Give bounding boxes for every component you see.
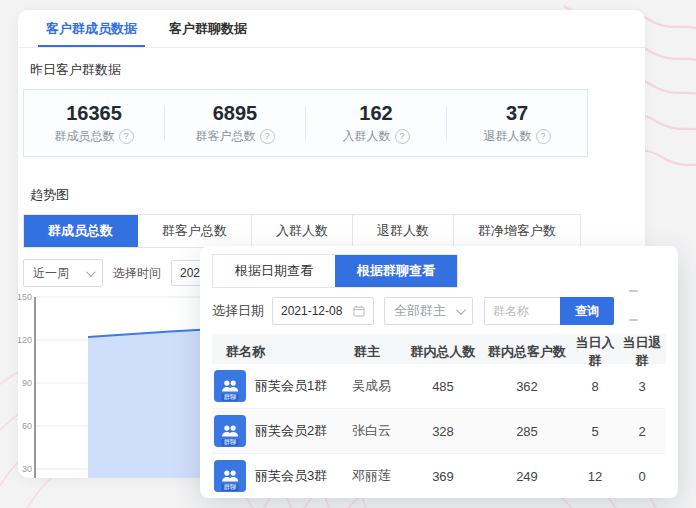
group-badge: 群聊 bbox=[221, 484, 238, 491]
time-picker-label: 选择时间 bbox=[113, 265, 161, 282]
group-chat-icon: 群聊 bbox=[214, 370, 246, 402]
trend-metric-tabs: 群成员总数 群客户总数 入群人数 退群人数 群净增客户数 bbox=[23, 214, 581, 248]
stat-left: 37 退群人数? bbox=[447, 101, 587, 145]
col-total-customers: 群内总客户数 bbox=[482, 343, 572, 361]
total-customers: 249 bbox=[482, 469, 572, 484]
col-total-members: 群内总人数 bbox=[404, 343, 482, 361]
group-name: 丽芙会员2群 bbox=[255, 422, 327, 440]
group-name: 丽芙会员3群 bbox=[255, 467, 327, 485]
stat-label: 群成员总数 bbox=[55, 128, 115, 145]
stat-label: 退群人数 bbox=[484, 128, 532, 145]
calendar-icon bbox=[353, 305, 365, 317]
panel-filter-row: 选择日期 2021-12-08 全部群主 查询 bbox=[212, 297, 666, 325]
table-row: 群聊 丽芙会员2群 张白云 328 285 5 2 bbox=[212, 409, 666, 454]
total-members: 485 bbox=[404, 379, 482, 394]
search-button[interactable]: 查询 bbox=[560, 297, 614, 325]
trend-tab-left[interactable]: 退群人数 bbox=[353, 215, 454, 247]
date-picker-input[interactable]: 2021-12-08 bbox=[272, 297, 374, 325]
stat-label: 群客户总数 bbox=[196, 128, 256, 145]
joined-today: 12 bbox=[572, 469, 618, 484]
total-customers: 285 bbox=[482, 424, 572, 439]
yesterday-stats-box: 16365 群成员总数? 6895 群客户总数? 162 入群人数? 37 退群… bbox=[23, 89, 588, 157]
joined-today: 8 bbox=[572, 379, 618, 394]
help-icon[interactable]: ? bbox=[536, 129, 551, 144]
col-left-today: 当日退群 bbox=[618, 334, 666, 370]
help-icon[interactable]: ? bbox=[119, 129, 134, 144]
stat-value: 6895 bbox=[165, 101, 305, 125]
help-icon[interactable]: ? bbox=[395, 129, 410, 144]
col-group-name: 群名称 bbox=[212, 343, 352, 361]
total-customers: 362 bbox=[482, 379, 572, 394]
date-picker-label: 选择日期 bbox=[212, 302, 264, 320]
group-chat-icon: 群聊 bbox=[214, 415, 246, 447]
group-owner: 吴成易 bbox=[352, 377, 404, 395]
left-today: 3 bbox=[618, 379, 666, 394]
help-icon[interactable]: ? bbox=[260, 129, 275, 144]
main-tabbar: 客户群成员数据 客户群聊数据 bbox=[18, 10, 645, 48]
total-members: 328 bbox=[404, 424, 482, 439]
panel-tabs: 根据日期查看 根据群聊查看 bbox=[212, 254, 458, 288]
group-table: 群名称 群主 群内总人数 群内总客户数 当日入群 当日退群 群聊 丽芙会员1群 … bbox=[212, 334, 666, 498]
svg-text:60: 60 bbox=[22, 421, 32, 431]
stat-label: 入群人数 bbox=[343, 128, 391, 145]
trend-section-title: 趋势图 bbox=[30, 186, 645, 204]
trend-tab-total-members[interactable]: 群成员总数 bbox=[24, 215, 138, 247]
panel-tab-by-date[interactable]: 根据日期查看 bbox=[213, 255, 335, 287]
panel-tab-by-group[interactable]: 根据群聊查看 bbox=[335, 255, 457, 287]
col-owner: 群主 bbox=[352, 343, 404, 361]
group-name-input[interactable] bbox=[484, 297, 560, 325]
chevron-down-icon bbox=[86, 267, 96, 277]
svg-text:30: 30 bbox=[22, 464, 32, 474]
group-owner-select[interactable]: 全部群主 bbox=[384, 297, 473, 325]
stat-total-customers: 6895 群客户总数? bbox=[165, 101, 305, 145]
trend-tab-total-customers[interactable]: 群客户总数 bbox=[138, 215, 252, 247]
left-today: 2 bbox=[618, 424, 666, 439]
owner-select-value: 全部群主 bbox=[394, 302, 446, 320]
stat-value: 16365 bbox=[24, 101, 164, 125]
trend-tab-net-growth[interactable]: 群净增客户数 bbox=[454, 215, 580, 247]
time-range-select[interactable]: 近一周 bbox=[23, 259, 103, 287]
chevron-down-icon bbox=[456, 305, 466, 315]
svg-text:150: 150 bbox=[18, 292, 32, 302]
total-members: 369 bbox=[404, 469, 482, 484]
date-value: 2021-12-08 bbox=[281, 304, 342, 318]
col-joined-today: 当日入群 bbox=[572, 334, 618, 370]
left-today: 0 bbox=[618, 469, 666, 484]
svg-text:120: 120 bbox=[18, 335, 32, 345]
stat-joined: 162 入群人数? bbox=[306, 101, 446, 145]
group-detail-panel: 根据日期查看 根据群聊查看 选择日期 2021-12-08 全部群主 查询 群名… bbox=[200, 246, 678, 498]
group-owner: 张白云 bbox=[352, 422, 404, 440]
group-name-search-group: 查询 bbox=[484, 297, 614, 325]
yesterday-section-title: 昨日客户群数据 bbox=[30, 61, 645, 79]
svg-text:90: 90 bbox=[22, 378, 32, 388]
tab-group-chat-data[interactable]: 客户群聊数据 bbox=[153, 10, 263, 47]
stat-value: 37 bbox=[447, 101, 587, 125]
group-chat-icon: 群聊 bbox=[214, 460, 246, 492]
group-badge: 群聊 bbox=[221, 394, 238, 401]
tab-group-member-data[interactable]: 客户群成员数据 bbox=[30, 10, 153, 47]
table-row: 群聊 丽芙会员1群 吴成易 485 362 8 3 bbox=[212, 364, 666, 409]
time-range-value: 近一周 bbox=[33, 265, 69, 282]
panel-scrollbar[interactable] bbox=[629, 290, 638, 321]
trend-tab-joined[interactable]: 入群人数 bbox=[252, 215, 353, 247]
stat-total-members: 16365 群成员总数? bbox=[24, 101, 164, 145]
joined-today: 5 bbox=[572, 424, 618, 439]
stat-value: 162 bbox=[306, 101, 446, 125]
table-row: 群聊 丽芙会员3群 邓丽莲 369 249 12 0 bbox=[212, 454, 666, 498]
group-owner: 邓丽莲 bbox=[352, 467, 404, 485]
table-header-row: 群名称 群主 群内总人数 群内总客户数 当日入群 当日退群 bbox=[212, 334, 666, 364]
group-badge: 群聊 bbox=[221, 439, 238, 446]
group-name: 丽芙会员1群 bbox=[255, 377, 327, 395]
